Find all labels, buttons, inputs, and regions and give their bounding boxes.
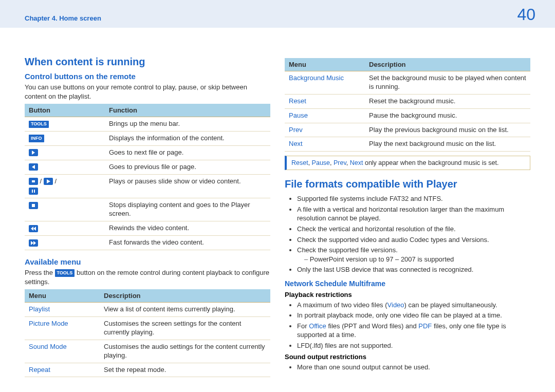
svg-marker-9 [31,241,33,245]
menu-repeat: Repeat [25,363,100,377]
cell-func: Stops displaying content and goes to the… [105,198,270,221]
term-reset: Reset [291,159,308,166]
page-number: 40 [517,5,535,24]
stop-icon [29,202,38,209]
right-column: Menu Description Background Music Set th… [281,56,530,377]
subsection-network-schedule: Network Schedule Multiframe [285,279,530,288]
table-row: Prev Play the previous background music … [285,123,530,137]
table-row: Next Play the next background music on t… [285,137,530,152]
table-row: Repeat Set the repeat mode. [25,363,270,377]
prev-icon [29,163,38,171]
menu-background-music: Background Music [285,71,365,95]
sub-list: PowerPoint version up to 97 – 2007 is su… [297,255,530,264]
table-row: Playlist View a list of content items cu… [25,303,270,317]
note-tail: only appear when the background music is… [363,159,498,166]
svg-marker-3 [47,179,50,183]
cell-func: Goes to previous file or page. [105,160,270,174]
list-item: LFD(.lfd) files are not supported. [297,341,530,350]
list-item: Supported file systems include FAT32 and… [297,194,530,203]
cell-desc: Set the background music to be played wh… [365,71,530,95]
th-desc: Description [365,58,530,71]
menu-next: Next [285,137,365,152]
section-heading-2: File formats compatible with Player [285,178,530,190]
list-item: For Office files (PPT and Word files) an… [297,322,530,340]
txt: A maximum of two video files ( [297,301,387,309]
svg-rect-2 [32,180,35,182]
svg-rect-5 [34,190,35,193]
list-item: Check the supported file versions. Power… [297,246,530,264]
heading-playback-restrictions: Playback restrictions [285,291,530,298]
file-format-list: Supported file systems include FAT32 and… [285,194,530,274]
term-pdf: PDF [418,322,432,330]
page: Chapter 4. Home screen 40 When content i… [0,0,555,392]
menu-picture-mode: Picture Mode [25,316,100,340]
cell-desc: Customises the audio settings for the co… [100,340,270,363]
pause-icon [29,188,38,195]
svg-rect-4 [32,190,33,193]
menu-playlist: Playlist [25,303,100,317]
menu-reset: Reset [285,94,365,108]
heading-sound-restrictions: Sound output restrictions [285,353,530,361]
tools-badge: TOOLS [29,121,49,128]
txt: Press the [25,269,55,276]
table-row: Picture Mode Customises the screen setti… [25,316,270,340]
svg-marker-7 [31,227,33,231]
cell-func: Rewinds the video content. [105,221,270,236]
list-item: PowerPoint version up to 97 – 2007 is su… [304,255,530,264]
note-box: Reset, Pause, Prev, Next only appear whe… [285,156,530,170]
cell-desc: Pause the background music. [365,108,530,123]
list-item: In portrait playback mode, only one vide… [297,311,530,320]
rewind-icon [29,225,38,232]
svg-rect-6 [32,204,35,207]
th-function: Function [105,104,270,117]
list-item: Only the last USB device that was connec… [297,265,530,274]
menu-desc-table: Menu Description Background Music Set th… [285,58,530,152]
content-area: When content is running Control buttons … [0,56,555,377]
svg-marker-1 [32,165,35,169]
tools-badge-inline: TOOLS [55,269,75,277]
svg-marker-8 [33,227,36,231]
txt: Check the supported file versions. [297,246,398,254]
cell-desc: Customises the screen settings for the c… [100,316,270,340]
cell-func: Brings up the menu bar. [105,117,270,132]
cell-func: Goes to next file or page. [105,145,270,160]
table-row: / / Plays or pauses slide show or video … [25,174,270,198]
table-row: Pause Pause the background music. [285,108,530,123]
page-header: Chapter 4. Home screen 40 [0,0,555,28]
svg-marker-10 [33,241,36,245]
th-menu: Menu [285,58,365,71]
txt: For [297,322,309,330]
menu-prev: Prev [285,123,365,137]
cell-func: Displays the information of the content. [105,131,270,145]
th-button: Button [25,104,105,117]
table-row: Background Music Set the background musi… [285,71,530,95]
table-row: Goes to previous file or page. [25,160,270,174]
section-heading-1: When content is running [25,56,270,68]
available-menu-intro: Press the TOOLS button on the remote con… [25,268,270,286]
control-intro: You can use buttons on your remote contr… [25,83,270,101]
term-video: Video [387,301,404,309]
table-row: INFO Displays the information of the con… [25,131,270,145]
sound-restrictions-list: More than one sound output cannot be use… [285,363,530,372]
svg-marker-0 [32,151,35,155]
table-row: TOOLS Brings up the menu bar. [25,117,270,132]
table-row: Stops displaying content and goes to the… [25,198,270,221]
table-row: Goes to next file or page. [25,145,270,160]
table-row: Rewinds the video content. [25,221,270,236]
term-prev: Prev [334,159,346,166]
list-item: More than one sound output cannot be use… [297,363,530,372]
term-office: Office [309,322,326,330]
th-menu: Menu [25,289,100,303]
term-pause: Pause [312,159,330,166]
list-item: Check the vertical and horizontal resolu… [297,225,530,234]
ffwd-icon [29,239,38,247]
available-menu-table: Menu Description Playlist View a list of… [25,289,270,377]
list-item: A file with a vertical and horizontal re… [297,205,530,223]
enter-icon [29,178,38,185]
term-next: Next [350,159,363,166]
playback-restrictions-list: A maximum of two video files (Video) can… [285,301,530,350]
play-icon [44,178,53,185]
subsection-available-menu: Available menu [25,257,270,266]
table-row: Reset Reset the background music. [285,94,530,108]
cell-desc: View a list of content items currently p… [100,303,270,317]
